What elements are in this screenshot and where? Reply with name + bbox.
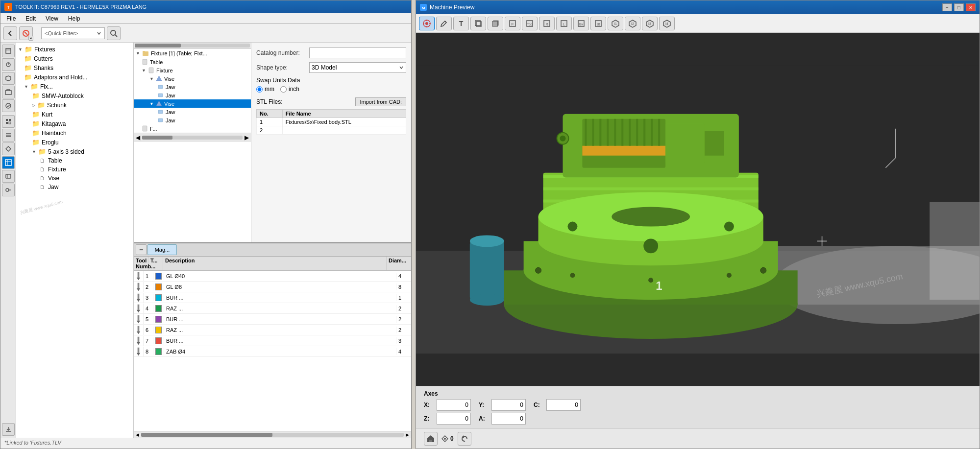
- preview-btn-text[interactable]: T: [453, 17, 469, 30]
- hscroll-thumb[interactable]: [142, 136, 172, 140]
- preview-viewport[interactable]: 1 兴趣屋 www.xqu5.com: [416, 33, 980, 386]
- tool-icon-cell: [134, 325, 144, 335]
- fixture-vise-1[interactable]: ▼ Vise: [134, 74, 251, 83]
- tree-cutters[interactable]: 📁 Cutters: [16, 54, 133, 63]
- col-header-t[interactable]: T...: [148, 257, 163, 270]
- mm-radio-label[interactable]: mm: [256, 86, 274, 93]
- preview-btn-cube-shade[interactable]: [488, 17, 503, 30]
- col-header-desc[interactable]: Description: [163, 257, 387, 270]
- scroll-left-tool[interactable]: ◀: [136, 432, 139, 437]
- svg-text:1: 1: [656, 279, 662, 292]
- side-btn-5[interactable]: [2, 99, 15, 112]
- a-input[interactable]: [491, 413, 526, 425]
- preview-btn-back[interactable]: Bk: [573, 17, 589, 30]
- svg-marker-39: [137, 277, 140, 280]
- tree-5axis[interactable]: ▼ 📁 5-axis 3 sided: [16, 147, 133, 156]
- preview-btn-top[interactable]: Top: [522, 17, 538, 30]
- filter-button[interactable]: [19, 26, 33, 40]
- catalog-input[interactable]: [309, 47, 406, 58]
- minimize-button[interactable]: −: [942, 3, 952, 11]
- menu-edit[interactable]: Edit: [22, 14, 40, 23]
- tree-shanks[interactable]: 📁 Shanks: [16, 63, 133, 72]
- side-btn-4[interactable]: [2, 86, 15, 98]
- tree-kurt[interactable]: 📁 Kurt: [16, 110, 133, 119]
- scroll-right-tool[interactable]: ▶: [406, 432, 409, 437]
- expand-icon: ▼: [149, 76, 154, 81]
- import-cad-button[interactable]: Import from CAD:: [355, 97, 406, 106]
- fixture-jaw-3[interactable]: Jaw: [134, 108, 251, 116]
- tree-vise[interactable]: 🗋 Vise: [16, 174, 133, 183]
- tree-kitagawa[interactable]: 📁 Kitagawa: [16, 119, 133, 128]
- preview-btn-iso2[interactable]: I2: [625, 17, 640, 30]
- back-button[interactable]: [3, 26, 17, 40]
- y-input[interactable]: [491, 399, 526, 411]
- fixture-f[interactable]: F...: [134, 124, 251, 133]
- maximize-button[interactable]: □: [954, 3, 964, 11]
- preview-btn-iso3[interactable]: I3: [642, 17, 658, 30]
- tree-hainbuch[interactable]: 📁 Hainbuch: [16, 128, 133, 138]
- col-header-diam[interactable]: Diam...: [387, 257, 406, 270]
- preview-btn-left[interactable]: L: [556, 17, 572, 30]
- side-btn-2[interactable]: [2, 58, 15, 71]
- tree-fixtures[interactable]: ▼ 📁 Fixtures: [16, 45, 133, 54]
- tree-smw[interactable]: 📁 SMW-Autoblock: [16, 91, 133, 100]
- quick-filter-dropdown[interactable]: <Quick Filter>: [41, 27, 105, 39]
- side-btn-10[interactable]: [2, 170, 15, 183]
- minus-button[interactable]: −: [136, 244, 147, 255]
- shape-type-dropdown[interactable]: 3D Model: [309, 62, 406, 73]
- menu-view[interactable]: View: [42, 14, 62, 23]
- inch-radio[interactable]: [280, 86, 287, 93]
- close-button[interactable]: ✕: [966, 3, 976, 11]
- side-btn-7[interactable]: [2, 129, 15, 142]
- undo-button[interactable]: [458, 432, 471, 446]
- tree-table[interactable]: 🗋 Table: [16, 156, 133, 165]
- tree-adaptors[interactable]: 📁 Adaptors and Hold...: [16, 72, 133, 82]
- z-input[interactable]: [437, 413, 471, 425]
- menu-file[interactable]: File: [2, 14, 20, 23]
- svg-rect-115: [585, 119, 587, 146]
- preview-btn-front[interactable]: F: [505, 17, 520, 30]
- scroll-left-btn[interactable]: ◀: [136, 134, 140, 141]
- preview-btn-pen[interactable]: [436, 17, 452, 30]
- side-btn-8[interactable]: [2, 142, 15, 155]
- side-btn-11[interactable]: [2, 184, 15, 196]
- search-button[interactable]: [107, 26, 121, 40]
- tree-eroglu[interactable]: 📁 Eroglu: [16, 138, 133, 147]
- side-btn-12[interactable]: [2, 423, 15, 436]
- mag-button[interactable]: Mag...: [147, 244, 177, 255]
- preview-btn-iso4[interactable]: I4: [659, 17, 675, 30]
- inch-radio-label[interactable]: inch: [280, 86, 299, 93]
- fixture-jaw-2[interactable]: Jaw: [134, 91, 251, 99]
- fixture-item-root[interactable]: ▼ Fixture [1] (Table; Fixt...: [134, 49, 251, 58]
- fixture-fixture[interactable]: ▼ Fixture: [134, 66, 251, 74]
- side-btn-3[interactable]: [2, 72, 15, 85]
- main-toolbar: <Quick Filter>: [0, 24, 411, 43]
- side-btn-1[interactable]: [2, 45, 15, 57]
- tool-hscroll-thumb[interactable]: [141, 433, 272, 437]
- c-input[interactable]: [546, 399, 581, 411]
- x-input[interactable]: [437, 399, 471, 411]
- svg-rect-46: [138, 315, 140, 320]
- tree-scrollbar-thumb[interactable]: [135, 44, 181, 47]
- preview-btn-right[interactable]: R: [539, 17, 555, 30]
- svg-point-4: [111, 30, 116, 35]
- fixture-vise-2-selected[interactable]: ▼ Vise: [134, 99, 251, 108]
- fixture-jaw-1[interactable]: Jaw: [134, 83, 251, 91]
- side-btn-6[interactable]: [2, 115, 15, 128]
- preview-btn-iso1[interactable]: I1: [608, 17, 623, 30]
- preview-btn-target[interactable]: [419, 17, 435, 30]
- tree-schunk[interactable]: ▷ 📁 Schunk: [16, 100, 133, 110]
- tree-fixture[interactable]: 🗋 Fixture: [16, 165, 133, 174]
- fixture-table[interactable]: Table: [134, 58, 251, 66]
- mm-radio[interactable]: [256, 86, 263, 93]
- side-btn-9[interactable]: [2, 156, 15, 169]
- fixture-jaw-4[interactable]: Jaw: [134, 116, 251, 124]
- expand-icon: ▼: [142, 68, 146, 73]
- col-header-num[interactable]: Tool Numb...: [134, 257, 148, 270]
- preview-btn-cube-wire[interactable]: [470, 17, 486, 30]
- preview-btn-bottom[interactable]: Bt: [590, 17, 606, 30]
- menu-help[interactable]: Help: [64, 14, 84, 23]
- tree-fix[interactable]: ▼ 📁 Fix...: [16, 82, 133, 91]
- home-button[interactable]: [424, 432, 438, 446]
- scroll-right-btn[interactable]: ▶: [245, 134, 249, 141]
